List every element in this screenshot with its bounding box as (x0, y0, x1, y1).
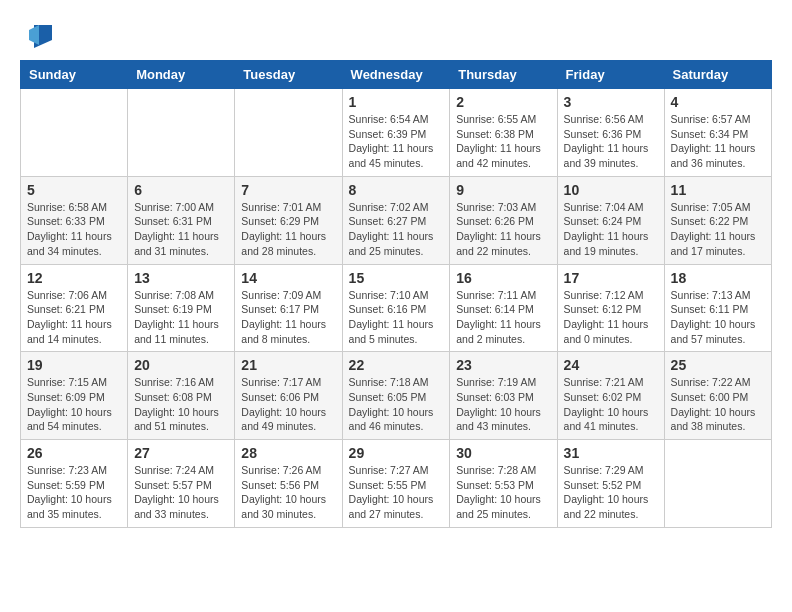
calendar-cell: 5Sunrise: 6:58 AM Sunset: 6:33 PM Daylig… (21, 176, 128, 264)
day-info: Sunrise: 7:03 AM Sunset: 6:26 PM Dayligh… (456, 200, 550, 259)
calendar-cell: 27Sunrise: 7:24 AM Sunset: 5:57 PM Dayli… (128, 440, 235, 528)
day-number: 8 (349, 182, 444, 198)
day-number: 17 (564, 270, 658, 286)
day-info: Sunrise: 7:24 AM Sunset: 5:57 PM Dayligh… (134, 463, 228, 522)
day-number: 30 (456, 445, 550, 461)
calendar-cell: 23Sunrise: 7:19 AM Sunset: 6:03 PM Dayli… (450, 352, 557, 440)
calendar-cell: 22Sunrise: 7:18 AM Sunset: 6:05 PM Dayli… (342, 352, 450, 440)
calendar-week-row: 5Sunrise: 6:58 AM Sunset: 6:33 PM Daylig… (21, 176, 772, 264)
day-info: Sunrise: 7:05 AM Sunset: 6:22 PM Dayligh… (671, 200, 765, 259)
day-number: 27 (134, 445, 228, 461)
day-number: 22 (349, 357, 444, 373)
calendar-cell: 2Sunrise: 6:55 AM Sunset: 6:38 PM Daylig… (450, 89, 557, 177)
day-number: 15 (349, 270, 444, 286)
day-info: Sunrise: 7:10 AM Sunset: 6:16 PM Dayligh… (349, 288, 444, 347)
calendar-week-row: 19Sunrise: 7:15 AM Sunset: 6:09 PM Dayli… (21, 352, 772, 440)
day-number: 12 (27, 270, 121, 286)
logo-icon (24, 20, 54, 50)
day-number: 14 (241, 270, 335, 286)
day-header-sunday: Sunday (21, 61, 128, 89)
day-info: Sunrise: 7:00 AM Sunset: 6:31 PM Dayligh… (134, 200, 228, 259)
calendar-cell: 16Sunrise: 7:11 AM Sunset: 6:14 PM Dayli… (450, 264, 557, 352)
calendar-cell: 19Sunrise: 7:15 AM Sunset: 6:09 PM Dayli… (21, 352, 128, 440)
day-info: Sunrise: 7:01 AM Sunset: 6:29 PM Dayligh… (241, 200, 335, 259)
day-number: 21 (241, 357, 335, 373)
calendar-cell: 30Sunrise: 7:28 AM Sunset: 5:53 PM Dayli… (450, 440, 557, 528)
calendar-cell: 17Sunrise: 7:12 AM Sunset: 6:12 PM Dayli… (557, 264, 664, 352)
day-info: Sunrise: 7:08 AM Sunset: 6:19 PM Dayligh… (134, 288, 228, 347)
day-number: 7 (241, 182, 335, 198)
calendar-week-row: 1Sunrise: 6:54 AM Sunset: 6:39 PM Daylig… (21, 89, 772, 177)
day-number: 29 (349, 445, 444, 461)
day-info: Sunrise: 7:13 AM Sunset: 6:11 PM Dayligh… (671, 288, 765, 347)
day-info: Sunrise: 6:55 AM Sunset: 6:38 PM Dayligh… (456, 112, 550, 171)
day-info: Sunrise: 7:04 AM Sunset: 6:24 PM Dayligh… (564, 200, 658, 259)
calendar-cell: 20Sunrise: 7:16 AM Sunset: 6:08 PM Dayli… (128, 352, 235, 440)
day-info: Sunrise: 6:54 AM Sunset: 6:39 PM Dayligh… (349, 112, 444, 171)
calendar-cell: 1Sunrise: 6:54 AM Sunset: 6:39 PM Daylig… (342, 89, 450, 177)
day-number: 16 (456, 270, 550, 286)
day-info: Sunrise: 7:15 AM Sunset: 6:09 PM Dayligh… (27, 375, 121, 434)
calendar-cell: 7Sunrise: 7:01 AM Sunset: 6:29 PM Daylig… (235, 176, 342, 264)
calendar-cell: 29Sunrise: 7:27 AM Sunset: 5:55 PM Dayli… (342, 440, 450, 528)
calendar-cell: 28Sunrise: 7:26 AM Sunset: 5:56 PM Dayli… (235, 440, 342, 528)
calendar-cell: 18Sunrise: 7:13 AM Sunset: 6:11 PM Dayli… (664, 264, 771, 352)
day-number: 31 (564, 445, 658, 461)
day-header-wednesday: Wednesday (342, 61, 450, 89)
calendar-cell: 4Sunrise: 6:57 AM Sunset: 6:34 PM Daylig… (664, 89, 771, 177)
day-info: Sunrise: 6:57 AM Sunset: 6:34 PM Dayligh… (671, 112, 765, 171)
calendar-cell: 26Sunrise: 7:23 AM Sunset: 5:59 PM Dayli… (21, 440, 128, 528)
day-header-thursday: Thursday (450, 61, 557, 89)
day-number: 9 (456, 182, 550, 198)
logo (20, 20, 54, 50)
day-number: 25 (671, 357, 765, 373)
calendar-week-row: 26Sunrise: 7:23 AM Sunset: 5:59 PM Dayli… (21, 440, 772, 528)
day-header-monday: Monday (128, 61, 235, 89)
calendar-cell: 21Sunrise: 7:17 AM Sunset: 6:06 PM Dayli… (235, 352, 342, 440)
day-number: 1 (349, 94, 444, 110)
day-info: Sunrise: 7:19 AM Sunset: 6:03 PM Dayligh… (456, 375, 550, 434)
day-number: 28 (241, 445, 335, 461)
day-number: 18 (671, 270, 765, 286)
day-info: Sunrise: 6:58 AM Sunset: 6:33 PM Dayligh… (27, 200, 121, 259)
day-info: Sunrise: 7:16 AM Sunset: 6:08 PM Dayligh… (134, 375, 228, 434)
day-header-saturday: Saturday (664, 61, 771, 89)
day-info: Sunrise: 7:27 AM Sunset: 5:55 PM Dayligh… (349, 463, 444, 522)
calendar-cell (664, 440, 771, 528)
day-header-friday: Friday (557, 61, 664, 89)
day-number: 6 (134, 182, 228, 198)
day-number: 24 (564, 357, 658, 373)
day-info: Sunrise: 7:26 AM Sunset: 5:56 PM Dayligh… (241, 463, 335, 522)
calendar-cell: 9Sunrise: 7:03 AM Sunset: 6:26 PM Daylig… (450, 176, 557, 264)
day-number: 13 (134, 270, 228, 286)
day-info: Sunrise: 6:56 AM Sunset: 6:36 PM Dayligh… (564, 112, 658, 171)
calendar-cell (235, 89, 342, 177)
calendar-header-row: SundayMondayTuesdayWednesdayThursdayFrid… (21, 61, 772, 89)
calendar-cell: 14Sunrise: 7:09 AM Sunset: 6:17 PM Dayli… (235, 264, 342, 352)
calendar-cell: 15Sunrise: 7:10 AM Sunset: 6:16 PM Dayli… (342, 264, 450, 352)
calendar-cell (21, 89, 128, 177)
day-info: Sunrise: 7:17 AM Sunset: 6:06 PM Dayligh… (241, 375, 335, 434)
day-number: 3 (564, 94, 658, 110)
day-info: Sunrise: 7:02 AM Sunset: 6:27 PM Dayligh… (349, 200, 444, 259)
day-number: 2 (456, 94, 550, 110)
day-info: Sunrise: 7:28 AM Sunset: 5:53 PM Dayligh… (456, 463, 550, 522)
calendar-cell: 13Sunrise: 7:08 AM Sunset: 6:19 PM Dayli… (128, 264, 235, 352)
calendar-cell: 8Sunrise: 7:02 AM Sunset: 6:27 PM Daylig… (342, 176, 450, 264)
day-number: 20 (134, 357, 228, 373)
day-number: 4 (671, 94, 765, 110)
day-number: 19 (27, 357, 121, 373)
calendar-table: SundayMondayTuesdayWednesdayThursdayFrid… (20, 60, 772, 528)
day-number: 26 (27, 445, 121, 461)
calendar-cell: 24Sunrise: 7:21 AM Sunset: 6:02 PM Dayli… (557, 352, 664, 440)
calendar-week-row: 12Sunrise: 7:06 AM Sunset: 6:21 PM Dayli… (21, 264, 772, 352)
day-info: Sunrise: 7:29 AM Sunset: 5:52 PM Dayligh… (564, 463, 658, 522)
day-info: Sunrise: 7:09 AM Sunset: 6:17 PM Dayligh… (241, 288, 335, 347)
day-info: Sunrise: 7:22 AM Sunset: 6:00 PM Dayligh… (671, 375, 765, 434)
svg-marker-1 (29, 25, 39, 45)
day-info: Sunrise: 7:12 AM Sunset: 6:12 PM Dayligh… (564, 288, 658, 347)
day-info: Sunrise: 7:11 AM Sunset: 6:14 PM Dayligh… (456, 288, 550, 347)
calendar-cell: 11Sunrise: 7:05 AM Sunset: 6:22 PM Dayli… (664, 176, 771, 264)
day-number: 10 (564, 182, 658, 198)
calendar-cell (128, 89, 235, 177)
